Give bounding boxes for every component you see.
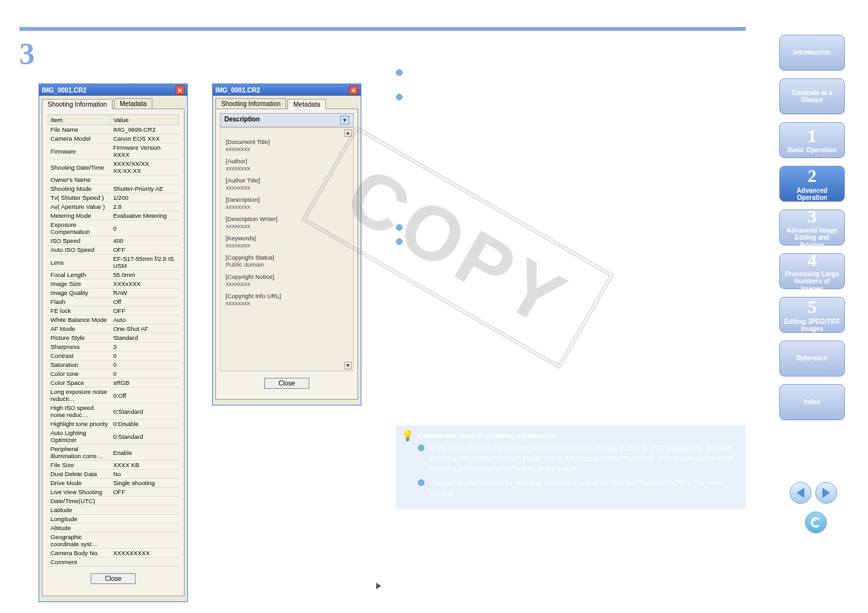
table-row: Color SpacesRGB bbox=[48, 378, 179, 387]
value-cell bbox=[111, 506, 179, 515]
table-row: Live View ShootingOFF bbox=[48, 488, 179, 497]
item-cell: File Name bbox=[48, 125, 111, 134]
table-row: Camera ModelCanon EOS XXX bbox=[48, 134, 179, 143]
item-cell: FE lock bbox=[48, 306, 111, 315]
value-cell bbox=[111, 175, 179, 184]
nav-reference[interactable]: Reference bbox=[779, 341, 845, 377]
nav-index[interactable]: Index bbox=[779, 384, 845, 420]
value-cell: Standard bbox=[111, 333, 179, 342]
item-cell: Shooting Mode bbox=[48, 184, 111, 193]
nav-contents-at-a-glance[interactable]: Contents at a Glance bbox=[779, 78, 845, 114]
item-cell: Auto ISO Speed bbox=[48, 245, 111, 254]
item-cell: Comment bbox=[48, 558, 111, 567]
table-row: Picture StyleStandard bbox=[48, 333, 179, 342]
item-cell: Focal Length bbox=[48, 271, 111, 280]
bullet-item: In the main window, clicking the shootin… bbox=[418, 443, 738, 474]
close-button[interactable]: Close bbox=[264, 378, 309, 389]
value-cell: 0 bbox=[111, 369, 179, 378]
prev-page-button[interactable] bbox=[790, 482, 811, 504]
item-cell: Color Space bbox=[48, 378, 111, 387]
triangle-right-icon bbox=[822, 488, 830, 498]
item-cell: Image Quality bbox=[48, 289, 111, 298]
value-cell bbox=[111, 497, 179, 506]
table-row: Image QualityRAW bbox=[48, 289, 179, 298]
table-row: Exposure Compensation0 bbox=[48, 220, 179, 236]
item-cell: Contrast bbox=[48, 351, 111, 360]
tab-shooting-information[interactable]: Shooting Information bbox=[42, 99, 113, 109]
nav-sublabel: Advanced Operation bbox=[782, 187, 842, 202]
nav-introduction[interactable]: Introduction bbox=[779, 35, 845, 71]
value-cell: XXXXXXXXX bbox=[111, 549, 179, 558]
page-footer: continued on the next page bbox=[0, 582, 868, 590]
next-page-button[interactable] bbox=[815, 482, 837, 504]
table-row: Saturation0 bbox=[48, 360, 179, 369]
value-cell: 0 bbox=[111, 220, 179, 236]
metadata-dialog: IMG_0001.CR2 ✕ Shooting Information Meta… bbox=[212, 84, 361, 405]
nav-chapter-4[interactable]: 4Processing Large Numbers of Images bbox=[779, 253, 845, 289]
nav-label: Index bbox=[804, 398, 820, 406]
item-cell: File Size bbox=[48, 461, 111, 470]
value-cell: 0:Off bbox=[111, 387, 179, 404]
bullet-text: In the main window, clicking the shootin… bbox=[429, 443, 738, 474]
table-row: Date/Time(UTC) bbox=[48, 497, 179, 506]
table-row: FlashOff bbox=[48, 298, 179, 306]
nav-chapter-5[interactable]: 5Editing JPEG/TIFF Images bbox=[779, 297, 845, 333]
nav-chapter-1[interactable]: 1Basic Operation bbox=[779, 122, 845, 158]
bullet-dot-icon bbox=[396, 69, 402, 76]
page-top-rule bbox=[19, 27, 746, 31]
value-cell: XXXX/XX/XX XX:XX:XX bbox=[111, 159, 179, 175]
value-cell: 2.8 bbox=[111, 202, 179, 211]
value-cell: 0:Standard bbox=[111, 429, 179, 445]
description-dropdown[interactable]: Description ▾ bbox=[220, 113, 354, 127]
item-cell: Image Size bbox=[48, 280, 111, 289]
metadata-field-value: xxxxxxxx bbox=[226, 145, 348, 152]
scroll-down-icon[interactable]: ▾ bbox=[344, 362, 352, 369]
item-cell: Firmware bbox=[48, 143, 111, 159]
tab-metadata[interactable]: Metadata bbox=[114, 98, 152, 109]
table-row: FirmwareFirmware Version XXXX bbox=[48, 143, 179, 159]
shooting-info-table: Item Value File NameIMG_9699.CR2Camera M… bbox=[48, 114, 179, 567]
value-cell: Canon EOS XXX bbox=[111, 134, 179, 143]
nav-label: Contents at a Glance bbox=[782, 89, 842, 104]
close-icon[interactable]: ✕ bbox=[176, 85, 185, 94]
tab-metadata[interactable]: Metadata bbox=[287, 99, 326, 109]
table-row: Auto Lighting Optimizer0:Standard bbox=[48, 429, 179, 445]
nav-chapter-2[interactable]: 2Advanced Operation bbox=[779, 166, 845, 202]
nav-sublabel: Processing Large Numbers of Images bbox=[782, 271, 842, 293]
value-cell: IMG_9699.CR2 bbox=[111, 125, 179, 134]
right-nav-panel: IntroductionContents at a Glance1Basic O… bbox=[779, 35, 845, 420]
value-cell: 400 bbox=[111, 236, 179, 245]
item-cell: Long exposure noise reducti… bbox=[48, 387, 111, 404]
dialog-titlebar: IMG_0001.CR2 ✕ bbox=[213, 84, 361, 96]
table-row: Peripheral illumination corre…Enable bbox=[48, 445, 179, 461]
item-cell: Exposure Compensation bbox=[48, 220, 111, 236]
table-row: Tv( Shutter Speed )1/200 bbox=[48, 193, 179, 202]
tip-title: Convenient uses of shooting information bbox=[418, 432, 738, 440]
table-row: Owner's Name bbox=[48, 175, 179, 184]
close-icon[interactable]: ✕ bbox=[349, 85, 358, 94]
table-row: Camera Body No.XXXXXXXXX bbox=[48, 549, 179, 558]
value-cell bbox=[111, 524, 179, 533]
return-arrow-icon bbox=[811, 517, 821, 528]
item-cell: Camera Model bbox=[48, 134, 111, 143]
step-instruction: Click the [Shooting Information] tab or … bbox=[45, 40, 488, 51]
value-cell: EF-S17-55mm f/2.8 IS USM bbox=[111, 254, 179, 271]
col-value: Value bbox=[111, 115, 179, 125]
value-cell: Evaluative Metering bbox=[111, 211, 179, 220]
tab-shooting-information[interactable]: Shooting Information bbox=[215, 98, 286, 109]
table-row: Latitude bbox=[48, 506, 179, 515]
value-cell: 55.0mm bbox=[111, 271, 179, 280]
table-row: LensEF-S17-55mm f/2.8 IS USM bbox=[48, 254, 179, 271]
value-cell: No bbox=[111, 470, 179, 479]
item-cell: ISO Speed bbox=[48, 236, 111, 245]
table-row: Altitude bbox=[48, 524, 179, 533]
value-cell: Firmware Version XXXX bbox=[111, 143, 179, 159]
metadata-field-label: [Document Title] bbox=[226, 138, 348, 145]
table-row: ISO Speed400 bbox=[48, 236, 179, 245]
nav-chapter-3[interactable]: 3Advanced Image Editing and Printing bbox=[779, 209, 845, 245]
return-button[interactable] bbox=[805, 511, 827, 533]
col-item: Item bbox=[48, 115, 111, 125]
table-row: Dust Delete DataNo bbox=[48, 470, 179, 479]
nav-number: 2 bbox=[808, 166, 817, 186]
tab-strip: Shooting Information Metadata bbox=[39, 96, 187, 109]
